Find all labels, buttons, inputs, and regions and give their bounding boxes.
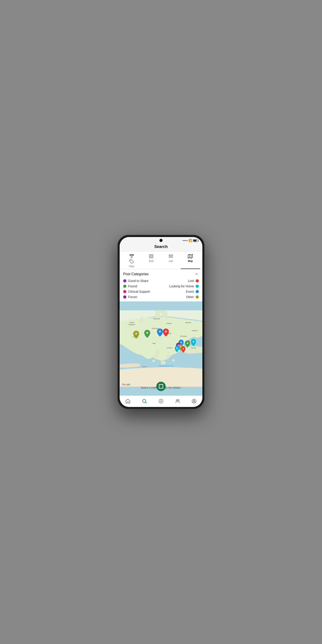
community-icon bbox=[175, 398, 180, 404]
google-g2: g bbox=[127, 383, 128, 386]
nav-profile[interactable] bbox=[186, 398, 202, 405]
category-looking-for-home[interactable]: Looking for Home bbox=[161, 284, 199, 288]
svg-text:Mediterranean Sea: Mediterranean Sea bbox=[159, 365, 174, 367]
svg-point-53 bbox=[182, 348, 184, 350]
tab-grid[interactable]: Grid bbox=[142, 252, 161, 269]
dot-clinical-support bbox=[123, 290, 126, 293]
svg-marker-8 bbox=[188, 254, 192, 258]
view-tabs: Filter Grid List bbox=[120, 252, 202, 269]
list-icon bbox=[168, 254, 173, 259]
categories-section: Post Categories Good to Share Lost bbox=[120, 269, 202, 302]
svg-text:Poland: Poland bbox=[166, 322, 172, 324]
category-lost[interactable]: Lost bbox=[161, 279, 199, 283]
tab-filter-label: Filter bbox=[129, 265, 134, 268]
label-forum: Forum bbox=[128, 295, 137, 299]
svg-rect-6 bbox=[169, 255, 173, 256]
svg-point-47 bbox=[180, 342, 182, 343]
svg-text:Italy: Italy bbox=[152, 342, 156, 344]
tab-list-label: List bbox=[169, 260, 173, 262]
page-title: Search bbox=[154, 244, 168, 249]
dot-looking-for-home bbox=[196, 285, 199, 288]
svg-point-44 bbox=[146, 332, 148, 334]
tab-filter[interactable]: Filter bbox=[122, 252, 142, 269]
status-icons: 📶 bbox=[183, 239, 198, 242]
label-looking-for-home: Looking for Home bbox=[169, 284, 194, 288]
camera-notch bbox=[160, 239, 162, 242]
svg-line-58 bbox=[146, 402, 147, 404]
svg-point-57 bbox=[143, 399, 146, 402]
filter-icon bbox=[129, 254, 134, 259]
nav-add[interactable] bbox=[153, 398, 169, 405]
category-clinical-support[interactable]: Clinical Support bbox=[123, 290, 161, 294]
chevron-up-icon bbox=[194, 272, 199, 276]
category-good-to-share[interactable]: Good to Share bbox=[123, 279, 161, 283]
google-e: e bbox=[129, 383, 130, 386]
svg-text:Belarus: Belarus bbox=[185, 322, 191, 324]
svg-text:Turkey: Turkey bbox=[191, 347, 196, 349]
add-icon bbox=[158, 398, 164, 404]
dot-other bbox=[196, 296, 199, 298]
tab-grid-label: Grid bbox=[149, 260, 154, 262]
svg-point-48 bbox=[187, 342, 188, 344]
svg-rect-4 bbox=[149, 257, 151, 258]
profile-icon bbox=[192, 398, 197, 404]
bottom-nav bbox=[120, 396, 202, 407]
svg-point-1 bbox=[130, 260, 130, 261]
category-other[interactable]: Other bbox=[161, 295, 199, 299]
tab-map-label: Map bbox=[188, 260, 193, 262]
google-g: G bbox=[122, 383, 124, 386]
center-map-button[interactable] bbox=[156, 382, 166, 391]
page-header: Search bbox=[120, 243, 202, 251]
svg-rect-3 bbox=[152, 254, 153, 256]
phone-frame: 📶 Search bbox=[118, 235, 204, 409]
nav-home[interactable] bbox=[120, 398, 136, 405]
map-icon bbox=[188, 254, 193, 259]
label-found: Found bbox=[128, 284, 137, 288]
label-other: Other bbox=[186, 295, 194, 299]
categories-title: Post Categories bbox=[123, 272, 149, 276]
svg-text:Ukraine: Ukraine bbox=[192, 330, 198, 332]
dot-event bbox=[196, 290, 199, 293]
map-svg: United Kingdom Denmark Poland Belarus Ge… bbox=[120, 302, 202, 396]
svg-point-52 bbox=[176, 348, 178, 349]
home-icon bbox=[125, 398, 130, 404]
grid-icon bbox=[149, 254, 154, 259]
svg-text:Tunisia: Tunisia bbox=[142, 366, 147, 368]
signal-dots bbox=[183, 240, 188, 241]
svg-rect-7 bbox=[169, 257, 173, 258]
svg-text:United: United bbox=[129, 322, 134, 324]
tab-map[interactable]: Map bbox=[181, 252, 200, 269]
crosshair-icon bbox=[158, 384, 164, 389]
svg-text:Greece: Greece bbox=[167, 347, 172, 349]
google-logo: Google bbox=[122, 383, 130, 386]
svg-text:Germany: Germany bbox=[152, 327, 159, 330]
category-forum[interactable]: Forum bbox=[123, 295, 161, 299]
nav-search[interactable] bbox=[136, 398, 153, 405]
svg-point-51 bbox=[180, 346, 182, 348]
categories-header[interactable]: Post Categories bbox=[123, 272, 199, 276]
svg-point-65 bbox=[194, 400, 195, 402]
search-icon bbox=[142, 398, 147, 404]
svg-point-43 bbox=[135, 332, 137, 334]
svg-text:Denmark: Denmark bbox=[153, 318, 160, 320]
nav-community[interactable] bbox=[169, 398, 186, 405]
svg-rect-5 bbox=[152, 257, 153, 258]
categories-grid: Good to Share Lost Found Looking for Hom… bbox=[123, 279, 199, 299]
category-event[interactable]: Event bbox=[161, 290, 199, 294]
svg-point-45 bbox=[159, 330, 161, 332]
label-lost: Lost bbox=[188, 279, 194, 283]
dot-forum bbox=[123, 296, 126, 298]
map-container[interactable]: United Kingdom Denmark Poland Belarus Ge… bbox=[120, 302, 202, 396]
dot-good-to-share bbox=[123, 279, 126, 282]
svg-point-49 bbox=[192, 341, 194, 342]
wifi-icon: 📶 bbox=[188, 239, 192, 242]
filter-tag-icon bbox=[129, 259, 134, 264]
svg-point-62 bbox=[176, 400, 178, 401]
dot-lost bbox=[196, 279, 199, 282]
category-found[interactable]: Found bbox=[123, 284, 161, 288]
tab-list[interactable]: List bbox=[161, 252, 181, 269]
map-background: United Kingdom Denmark Poland Belarus Ge… bbox=[120, 302, 202, 396]
svg-rect-2 bbox=[149, 254, 151, 256]
label-clinical-support: Clinical Support bbox=[128, 290, 150, 294]
svg-rect-54 bbox=[159, 384, 163, 388]
